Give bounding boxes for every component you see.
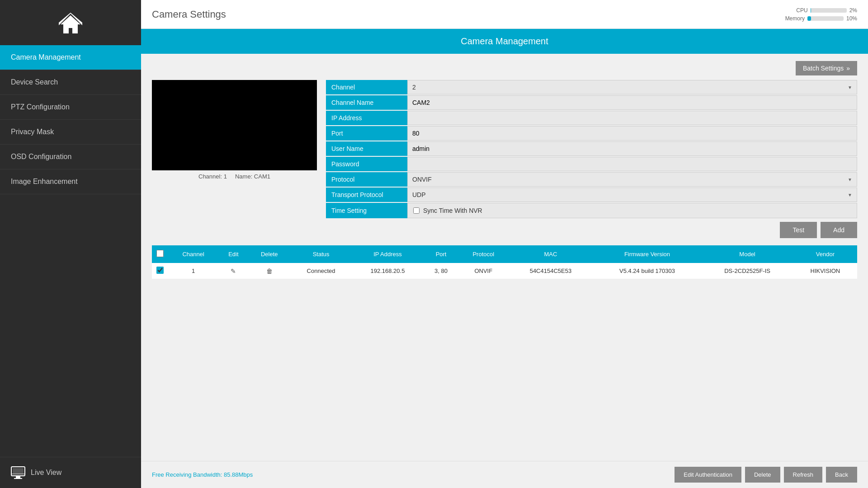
protocol-value: ONVIF (412, 176, 432, 183)
memory-stat: Memory 10% (785, 15, 857, 22)
row-ip: 192.168.20.5 (352, 263, 424, 279)
home-icon[interactable] (59, 13, 82, 36)
row-mac: 54C4154C5E53 (508, 263, 593, 279)
delete-button[interactable]: Delete (745, 467, 780, 483)
preview-video (152, 80, 317, 170)
main-content: Camera Settings CPU 2% Memory 10% Camera… (141, 0, 868, 488)
col-protocol: Protocol (458, 245, 508, 263)
sidebar-item-privacy-mask[interactable]: Privacy Mask (0, 120, 141, 145)
col-firmware: Firmware Version (593, 245, 702, 263)
form-row-username: User Name (326, 141, 857, 156)
row-edit-cell[interactable]: ✎ (218, 263, 248, 279)
form-row-time: Time Setting Sync Time With NVR (326, 203, 857, 218)
form-row-ip: IP Address (326, 111, 857, 125)
row-checkbox-cell[interactable] (152, 263, 168, 279)
channel-name-input[interactable] (412, 99, 852, 106)
batch-settings-label: Batch Settings (803, 65, 844, 72)
section-title: Camera Management (461, 36, 548, 46)
col-status: Status (290, 245, 352, 263)
row-channel: 1 (168, 263, 218, 279)
row-port: 3, 80 (424, 263, 459, 279)
username-input[interactable] (412, 145, 852, 152)
form-row-channel-name: Channel Name (326, 95, 857, 110)
cpu-stat: CPU 2% (796, 7, 857, 14)
live-view-button[interactable]: Live View (0, 457, 141, 488)
memory-bar (807, 16, 811, 21)
camera-form: Channel 2 Channel Name IP Address (326, 80, 857, 238)
form-row-port: Port (326, 126, 857, 141)
form-row-channel: Channel 2 (326, 80, 857, 94)
sidebar-item-ptz-configuration[interactable]: PTZ Configuration (0, 95, 141, 120)
bandwidth-text: Free Receiving Bandwidth: 85.88Mbps (152, 471, 253, 478)
ip-address-input[interactable] (412, 114, 852, 122)
sidebar: Camera Management Device Search PTZ Conf… (0, 0, 141, 488)
camera-info-section: Channel: 1 Name: CAM1 Channel 2 Channel … (152, 80, 857, 238)
svg-rect-4 (14, 478, 22, 479)
sidebar-item-osd-configuration[interactable]: OSD Configuration (0, 145, 141, 169)
port-label-cell: Port (326, 126, 407, 141)
cpu-bar (811, 8, 811, 13)
sidebar-logo (0, 0, 141, 45)
cpu-bar-bg (811, 8, 847, 13)
delete-icon[interactable]: 🗑 (266, 267, 273, 275)
memory-bar-bg (807, 16, 844, 21)
form-row-protocol: Protocol ONVIF (326, 172, 857, 187)
cpu-percent: 2% (849, 7, 857, 14)
row-model: DS-2CD2525F-IS (701, 263, 793, 279)
batch-row: Batch Settings » (152, 61, 857, 80)
sidebar-item-camera-management[interactable]: Camera Management (0, 45, 141, 70)
password-field[interactable] (407, 157, 857, 171)
password-label-cell: Password (326, 157, 407, 171)
edit-authentication-button[interactable]: Edit Authentication (675, 467, 741, 483)
row-checkbox[interactable] (156, 267, 164, 274)
top-bar: Camera Settings CPU 2% Memory 10% (141, 0, 868, 29)
header-checkbox-cell[interactable] (152, 245, 168, 263)
action-buttons: Test Add (326, 222, 857, 238)
system-stats: CPU 2% Memory 10% (785, 7, 857, 22)
port-input[interactable] (412, 130, 852, 137)
col-delete: Delete (249, 245, 290, 263)
password-input[interactable] (412, 160, 852, 168)
sidebar-item-image-enhancement[interactable]: Image Enhancement (0, 169, 141, 194)
channel-dropdown[interactable]: 2 (407, 80, 857, 94)
time-setting-field: Sync Time With NVR (407, 203, 857, 218)
camera-preview: Channel: 1 Name: CAM1 (152, 80, 317, 238)
select-all-checkbox[interactable] (156, 250, 164, 257)
row-firmware: V5.4.24 build 170303 (593, 263, 702, 279)
back-button[interactable]: Back (826, 467, 857, 483)
page-title: Camera Settings (152, 9, 226, 20)
row-protocol: ONVIF (458, 263, 508, 279)
camera-table: Channel Edit Delete Status IP Address Po… (152, 245, 857, 279)
row-delete-cell[interactable]: 🗑 (249, 263, 290, 279)
monitor-icon (11, 466, 25, 479)
transport-label-cell: Transport Protocol (326, 188, 407, 202)
content-area: Batch Settings » Channel: 1 Name: CAM1 C… (141, 54, 868, 461)
sync-checkbox[interactable] (413, 207, 420, 214)
batch-settings-button[interactable]: Batch Settings » (796, 61, 857, 75)
chevron-right-icon: » (846, 65, 850, 72)
footer: Free Receiving Bandwidth: 85.88Mbps Edit… (141, 461, 868, 488)
test-button[interactable]: Test (780, 222, 817, 238)
add-button[interactable]: Add (821, 222, 857, 238)
channel-label: Channel: 1 (198, 173, 227, 180)
username-field[interactable] (407, 141, 857, 156)
col-model: Model (701, 245, 793, 263)
port-field[interactable] (407, 126, 857, 141)
camera-name-label: Name: CAM1 (235, 173, 270, 180)
ip-address-field[interactable] (407, 111, 857, 125)
channel-name-field[interactable] (407, 95, 857, 110)
col-mac: MAC (508, 245, 593, 263)
protocol-label-cell: Protocol (326, 172, 407, 187)
protocol-dropdown[interactable]: ONVIF (407, 172, 857, 187)
transport-dropdown[interactable]: UDP (407, 188, 857, 202)
channel-value: 2 (412, 84, 416, 91)
refresh-button[interactable]: Refresh (784, 467, 823, 483)
row-status: Connected (290, 263, 352, 279)
edit-icon[interactable]: ✎ (231, 267, 236, 275)
form-row-password: Password (326, 157, 857, 171)
section-header: Camera Management (141, 29, 868, 54)
footer-buttons: Edit Authentication Delete Refresh Back (675, 467, 857, 483)
col-ip: IP Address (352, 245, 424, 263)
sidebar-item-device-search[interactable]: Device Search (0, 70, 141, 95)
table-row: 1 ✎ 🗑 Connected 192.168.20.5 3, 80 ONVIF… (152, 263, 857, 279)
